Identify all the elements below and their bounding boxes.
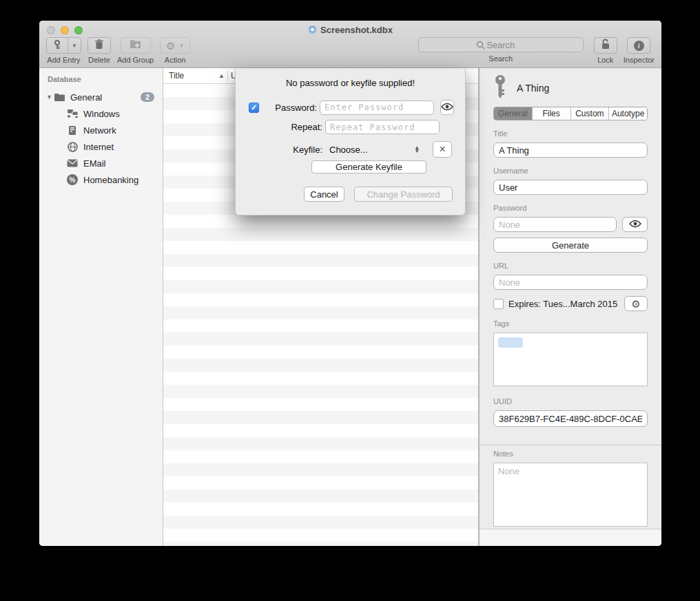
- expires-checkbox[interactable]: [493, 299, 504, 309]
- expires-row: Expires: Tues...March 2015 ⚙: [493, 296, 648, 311]
- folder-icon: [53, 92, 65, 103]
- sidebar-item-label: General: [70, 92, 102, 103]
- sidebar-item-email[interactable]: EMail: [39, 155, 163, 171]
- inspector-panel: A Thing General Files Custom Autotype Ti…: [479, 68, 661, 546]
- sidebar-section-header: Database: [39, 74, 163, 89]
- url-field[interactable]: [493, 275, 648, 290]
- entry-title: A Thing: [517, 83, 549, 94]
- info-icon: i: [634, 41, 644, 51]
- delete-tool: Delete: [88, 37, 111, 64]
- sidebar-item-windows[interactable]: Windows: [39, 105, 163, 122]
- password-checkbox[interactable]: ✓: [249, 103, 259, 113]
- add-entry-label: Add Entry: [47, 56, 80, 64]
- group-sidebar: Database ▼ General 2 Windows: [39, 68, 163, 546]
- inspector-footer: [480, 529, 661, 546]
- toolbar: ▼ Add Entry Delete: [46, 37, 655, 64]
- tags-box[interactable]: [493, 333, 648, 386]
- lock-label: Lock: [597, 56, 613, 64]
- sidebar-item-general[interactable]: ▼ General 2: [39, 89, 163, 105]
- tab-custom[interactable]: Custom: [570, 107, 609, 120]
- stepper-icon: ▲▼: [414, 146, 420, 153]
- add-group-label: Add Group: [117, 56, 154, 64]
- sidebar-item-label: Homebanking: [83, 175, 138, 185]
- generate-keyfile-button[interactable]: Generate Keyfile: [311, 160, 426, 173]
- tab-general[interactable]: General: [494, 107, 532, 120]
- search-input[interactable]: [418, 37, 584, 52]
- action-label: Action: [165, 56, 186, 64]
- reveal-password-button[interactable]: [440, 100, 454, 115]
- inspector-label: Inspector: [624, 56, 655, 64]
- url-field-label: URL: [493, 262, 648, 270]
- keyfile-label: Keyfile:: [262, 145, 322, 155]
- entry-header: A Thing: [493, 76, 648, 101]
- generate-password-button[interactable]: Generate: [493, 238, 648, 253]
- delete-button[interactable]: [88, 37, 111, 54]
- inspector-tabs: General Files Custom Autotype: [493, 107, 648, 120]
- enter-password-input[interactable]: [320, 101, 434, 115]
- notes-divider: [480, 445, 661, 445]
- clear-keyfile-button[interactable]: ×: [433, 141, 452, 158]
- add-group-button[interactable]: [121, 37, 151, 54]
- uuid-label: UUID: [493, 397, 648, 405]
- expires-settings-button[interactable]: ⚙: [624, 296, 648, 311]
- search-label: Search: [488, 54, 513, 63]
- change-password-sheet: No password or keyfile supplied! ✓ Passw…: [235, 69, 466, 215]
- workstations-icon: [66, 108, 79, 119]
- title-field-label: Title: [493, 129, 648, 138]
- username-field-label: Username: [493, 167, 648, 175]
- folder-plus-icon: [130, 39, 141, 52]
- sidebar-item-homebanking[interactable]: % Homebanking: [39, 171, 163, 188]
- chevron-down-icon: ▼: [178, 43, 184, 49]
- action-button[interactable]: ⚙ ▼: [160, 37, 190, 54]
- key-plus-icon: [47, 38, 68, 53]
- tab-files[interactable]: Files: [532, 107, 570, 120]
- tags-label: Tags: [493, 319, 648, 328]
- tag-chip[interactable]: [498, 337, 523, 348]
- password-field-label: Password: [493, 204, 648, 212]
- add-entry-dropdown[interactable]: ▼: [68, 38, 81, 53]
- percent-icon: %: [66, 174, 79, 185]
- add-entry-button[interactable]: ▼: [46, 37, 81, 54]
- eye-icon: [441, 103, 453, 113]
- sidebar-item-internet[interactable]: Internet: [39, 138, 163, 155]
- server-icon: [66, 125, 79, 136]
- desktop-background: Screenshot.kdbx ▼ Add Entry: [0, 0, 700, 601]
- notes-field[interactable]: [493, 463, 648, 527]
- add-entry-tool: ▼ Add Entry: [46, 37, 81, 64]
- username-field[interactable]: [493, 180, 648, 195]
- eye-icon: [629, 218, 641, 231]
- sidebar-item-network[interactable]: Network: [39, 122, 163, 138]
- change-password-button[interactable]: Change Password: [354, 187, 453, 202]
- gear-icon: ⚙: [166, 41, 175, 51]
- title-field[interactable]: [493, 143, 648, 158]
- repeat-password-input[interactable]: [325, 120, 440, 134]
- mail-icon: [66, 158, 79, 169]
- reveal-password-button[interactable]: [622, 217, 648, 232]
- add-group-tool: Add Group: [117, 37, 154, 64]
- cancel-button[interactable]: Cancel: [304, 187, 344, 202]
- globe-icon: [66, 141, 79, 152]
- column-header-title[interactable]: Title ▲: [163, 71, 227, 81]
- document-icon: [308, 25, 317, 34]
- repeat-label: Repeat:: [262, 122, 322, 132]
- keyfile-popup[interactable]: Choose... ▲▼: [322, 145, 426, 155]
- password-field[interactable]: [493, 217, 617, 232]
- search-tool: Search: [418, 37, 584, 63]
- inspector-button[interactable]: i: [627, 37, 650, 54]
- sidebar-item-label: Network: [83, 125, 116, 136]
- lock-icon: [601, 39, 610, 52]
- uuid-field[interactable]: [493, 410, 648, 427]
- sidebar-item-label: EMail: [83, 158, 106, 169]
- gear-icon: ⚙: [631, 299, 640, 309]
- delete-label: Delete: [88, 56, 110, 64]
- sidebar-item-label: Internet: [83, 142, 114, 152]
- lock-tool: Lock: [594, 37, 617, 64]
- notes-label: Notes: [493, 450, 648, 458]
- sidebar-item-label: Windows: [83, 109, 120, 119]
- inspector-tool: i Inspector: [624, 37, 655, 64]
- lock-button[interactable]: [594, 37, 617, 54]
- password-label: Password:: [259, 103, 317, 113]
- tab-autotype[interactable]: Autotype: [608, 107, 647, 120]
- key-icon: [493, 74, 507, 102]
- disclosure-triangle-icon[interactable]: ▼: [46, 94, 53, 101]
